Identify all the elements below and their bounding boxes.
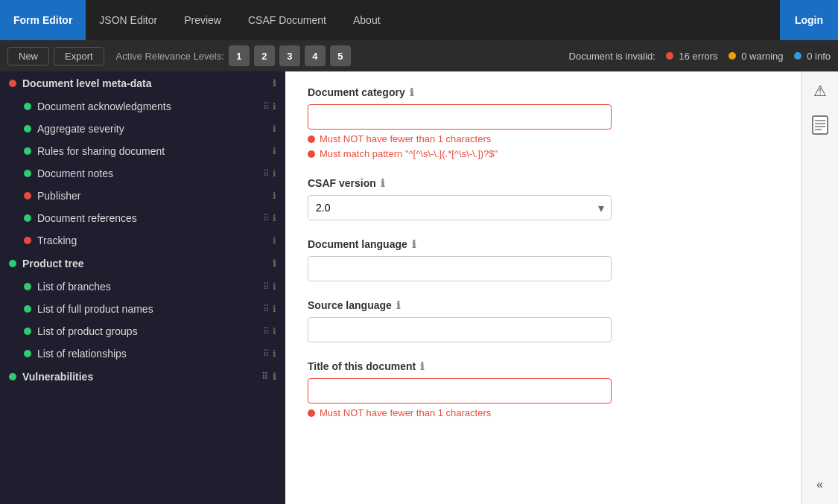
relevance-label: Active Relevance Levels: — [116, 51, 224, 62]
section-vulnerabilities: Vulnerabilities ⠿ ℹ — [0, 365, 285, 389]
relevance-4[interactable]: 4 — [305, 45, 326, 66]
item-list-relationships-label: List of relationships — [37, 348, 127, 360]
field-title-document: Title of this document ℹ Must NOT have f… — [308, 360, 778, 418]
sidebar-item-list-branches[interactable]: List of branches ⠿ ℹ — [0, 275, 285, 298]
sidebar-item-tracking[interactable]: Tracking ℹ — [0, 229, 285, 252]
field-label-title-document: Title of this document ℹ — [308, 360, 778, 372]
nav-form-editor[interactable]: Form Editor — [0, 0, 86, 40]
sidebar-item-list-full-product-names[interactable]: List of full product names ⠿ ℹ — [0, 298, 285, 320]
group-product-tree[interactable]: Product tree ℹ — [0, 252, 285, 275]
toolbar: New Export Active Relevance Levels: 1 2 … — [0, 40, 838, 71]
item-rules-sharing-label: Rules for sharing document — [37, 145, 165, 157]
item-list-full-product-names-label: List of full product names — [37, 303, 153, 315]
item-status-green — [24, 125, 31, 133]
item-controls: ⠿ ℹ — [263, 101, 276, 112]
sidebar-item-publisher[interactable]: Publisher ℹ — [0, 185, 285, 207]
group-info-icon[interactable]: ℹ — [273, 371, 276, 382]
right-panel: ⚠ « — [801, 71, 838, 504]
item-status-green — [24, 147, 31, 155]
item-info-icon[interactable]: ℹ — [273, 281, 276, 292]
sidebar-item-rules-sharing[interactable]: Rules for sharing document ℹ — [0, 140, 285, 162]
login-button[interactable]: Login — [780, 0, 838, 40]
item-controls: ⠿ ℹ — [263, 213, 276, 223]
sidebar-item-list-relationships[interactable]: List of relationships ⠿ ℹ — [0, 342, 285, 365]
item-info-icon[interactable]: ℹ — [273, 348, 276, 359]
field-info-icon[interactable]: ℹ — [412, 238, 416, 250]
source-language-input[interactable] — [308, 317, 612, 342]
sidebar-item-document-references[interactable]: Document references ⠿ ℹ — [0, 207, 285, 229]
title-document-input[interactable] — [308, 378, 612, 403]
item-status-error — [24, 192, 31, 200]
item-info-icon[interactable]: ℹ — [273, 101, 276, 112]
item-info-icon[interactable]: ℹ — [273, 191, 276, 201]
main-layout: Document level meta-data ℹ Document ackn… — [0, 71, 838, 504]
group-document-meta-label: Document level meta-data — [22, 77, 152, 89]
field-csaf-version: CSAF version ℹ 2.0 ▾ — [308, 177, 778, 220]
drag-icon[interactable]: ⠿ — [263, 326, 270, 336]
item-status-error — [24, 237, 31, 244]
item-info-icon[interactable]: ℹ — [273, 213, 276, 223]
item-controls: ⠿ ℹ — [263, 348, 276, 359]
error-dot — [308, 409, 315, 417]
group-vulnerabilities[interactable]: Vulnerabilities ⠿ ℹ — [0, 365, 285, 389]
csaf-version-select[interactable]: 2.0 — [308, 195, 612, 220]
field-info-icon[interactable]: ℹ — [381, 177, 384, 189]
warning-panel-icon[interactable]: ⚠ — [808, 79, 832, 103]
drag-icon[interactable]: ⠿ — [263, 101, 270, 112]
nav-json-editor[interactable]: JSON Editor — [86, 0, 171, 40]
item-info-icon[interactable]: ℹ — [273, 146, 276, 156]
collapse-button[interactable]: « — [808, 473, 832, 497]
field-info-icon[interactable]: ℹ — [410, 86, 413, 98]
sidebar-item-document-notes[interactable]: Document notes ⠿ ℹ — [0, 162, 285, 185]
svg-rect-0 — [813, 116, 828, 134]
item-info-icon[interactable]: ℹ — [273, 124, 276, 134]
nav-about[interactable]: About — [340, 0, 394, 40]
sidebar-item-list-product-groups[interactable]: List of product groups ⠿ ℹ — [0, 320, 285, 342]
group-info-icon[interactable]: ℹ — [273, 258, 276, 269]
drag-icon[interactable]: ⠿ — [263, 168, 270, 179]
content-area: Document category ℹ Must NOT have fewer … — [285, 71, 801, 504]
item-info-icon[interactable]: ℹ — [273, 235, 276, 246]
item-list-branches-label: List of branches — [37, 281, 111, 293]
item-info-icon[interactable]: ℹ — [273, 304, 276, 314]
sidebar-item-doc-acknowledgments[interactable]: Document acknowledgments ⠿ ℹ — [0, 95, 285, 118]
relevance-1[interactable]: 1 — [229, 45, 250, 66]
field-info-icon[interactable]: ℹ — [420, 360, 424, 372]
drag-icon[interactable]: ⠿ — [263, 304, 270, 314]
item-controls: ⠿ ℹ — [263, 304, 276, 314]
document-category-input[interactable] — [308, 104, 612, 130]
sidebar-item-aggregate-severity[interactable]: Aggregate severity ℹ — [0, 118, 285, 140]
drag-icon[interactable]: ⠿ — [261, 371, 268, 382]
new-button[interactable]: New — [7, 47, 49, 66]
relevance-2[interactable]: 2 — [254, 45, 275, 66]
item-publisher-label: Publisher — [37, 190, 80, 202]
item-controls: ℹ — [273, 146, 276, 156]
item-info-icon[interactable]: ℹ — [273, 168, 276, 179]
drag-icon[interactable]: ⠿ — [263, 281, 270, 292]
relevance-3[interactable]: 3 — [279, 45, 300, 66]
relevance-5[interactable]: 5 — [330, 45, 351, 66]
item-status-green — [24, 170, 31, 177]
item-status-green — [24, 103, 31, 110]
group-product-tree-label: Product tree — [22, 258, 83, 269]
export-button[interactable]: Export — [54, 47, 104, 66]
item-status-green — [24, 328, 31, 335]
error-message-1: Must NOT have fewer than 1 characters — [308, 133, 778, 144]
document-panel-icon[interactable] — [808, 113, 832, 137]
error-dot — [308, 135, 315, 143]
nav-csaf-document[interactable]: CSAF Document — [235, 0, 340, 40]
field-info-icon[interactable]: ℹ — [396, 299, 400, 311]
document-language-input[interactable] — [308, 256, 612, 281]
group-document-meta[interactable]: Document level meta-data ℹ — [0, 71, 285, 95]
section-status-error — [9, 80, 16, 87]
nav-preview[interactable]: Preview — [171, 0, 235, 40]
error-dot — [308, 150, 315, 158]
item-controls: ℹ — [273, 191, 276, 201]
drag-icon[interactable]: ⠿ — [263, 213, 270, 223]
item-info-icon[interactable]: ℹ — [273, 326, 276, 336]
group-info-icon[interactable]: ℹ — [273, 78, 276, 89]
info-dot — [794, 52, 802, 60]
field-label-document-language: Document language ℹ — [308, 238, 778, 250]
drag-icon[interactable]: ⠿ — [263, 348, 270, 359]
field-source-language: Source language ℹ — [308, 299, 778, 342]
